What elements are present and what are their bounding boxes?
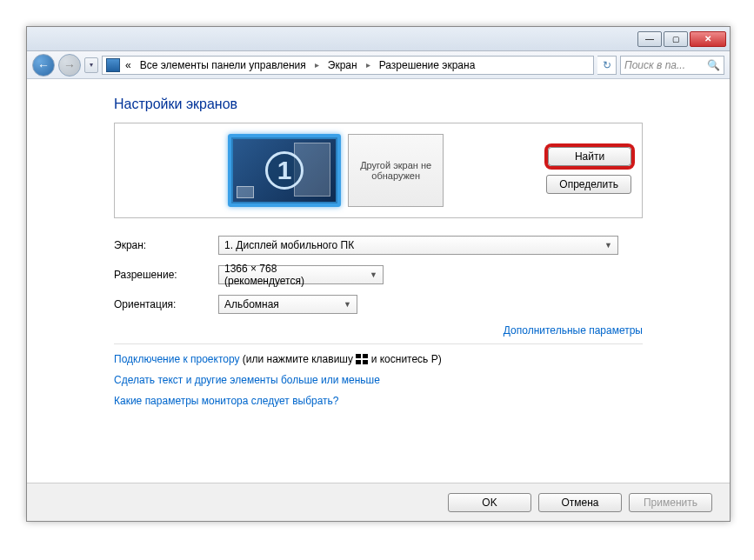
resolution-row: Разрешение: 1366 × 768 (рекомендуется) ▼ — [114, 265, 643, 284]
monitor-number-badge: 1 — [265, 151, 304, 190]
cancel-button[interactable]: Отмена — [538, 493, 622, 512]
resolution-value: 1366 × 768 (рекомендуется) — [224, 263, 359, 287]
resolution-label: Разрешение: — [114, 269, 218, 281]
close-button[interactable] — [690, 31, 726, 47]
displays-preview-box: 1 Другой экран не обнаружен Найти Опреде… — [114, 123, 643, 218]
back-button[interactable]: ← — [32, 54, 55, 77]
footer: OK Отмена Применить — [27, 483, 730, 521]
divider — [114, 343, 643, 344]
page-title: Настройки экранов — [114, 97, 643, 112]
monitor-1[interactable]: 1 — [228, 134, 341, 207]
ok-button[interactable]: OK — [448, 493, 531, 512]
address-bar[interactable]: « Все элементы панели управления ▸ Экран… — [102, 56, 594, 75]
nav-history-dropdown[interactable]: ▾ — [84, 57, 98, 73]
search-input[interactable]: Поиск в па... 🔍 — [620, 56, 724, 75]
search-icon: 🔍 — [707, 59, 720, 71]
refresh-icon: ↻ — [603, 59, 611, 71]
forward-button[interactable]: → — [58, 54, 81, 77]
text-size-link[interactable]: Сделать текст и другие элементы больше и… — [114, 374, 380, 386]
titlebar — [27, 27, 730, 51]
identify-button[interactable]: Определить — [546, 175, 631, 194]
screen-dropdown[interactable]: 1. Дисплей мобильного ПК ▼ — [218, 236, 618, 255]
advanced-settings-link[interactable]: Дополнительные параметры — [504, 324, 643, 337]
breadcrumb-prefix: « — [122, 59, 135, 71]
displays-preview: 1 Другой экран не обнаружен — [125, 134, 546, 207]
orientation-dropdown[interactable]: Альбомная ▼ — [218, 295, 357, 314]
orientation-row: Ориентация: Альбомная ▼ — [114, 295, 643, 314]
other-display-placeholder[interactable]: Другой экран не обнаружен — [348, 134, 444, 207]
breadcrumb-root[interactable]: Все элементы панели управления — [137, 59, 310, 71]
projector-text-a: (или нажмите клавишу — [240, 353, 357, 365]
which-monitor-line: Какие параметры монитора следует выбрать… — [114, 395, 643, 407]
advanced-row: Дополнительные параметры — [114, 324, 643, 337]
breadcrumb-resolution[interactable]: Разрешение экрана — [376, 59, 479, 71]
apply-button[interactable]: Применить — [629, 493, 712, 512]
windows-key-icon — [356, 354, 368, 364]
screen-label: Экран: — [114, 239, 218, 251]
monitor-thumb-icon — [237, 186, 254, 198]
breadcrumb-sep-icon: ▸ — [363, 60, 374, 70]
maximize-button[interactable] — [664, 31, 688, 47]
screen-value: 1. Дисплей мобильного ПК — [224, 239, 354, 251]
screen-row: Экран: 1. Дисплей мобильного ПК ▼ — [114, 236, 643, 255]
navbar: ← → ▾ « Все элементы панели управления ▸… — [27, 51, 730, 79]
which-monitor-link[interactable]: Какие параметры монитора следует выбрать… — [114, 395, 339, 407]
search-placeholder: Поиск в па... — [624, 59, 685, 71]
breadcrumb-sep-icon: ▸ — [311, 60, 323, 70]
projector-text-b: и коснитесь P) — [368, 353, 441, 365]
orientation-value: Альбомная — [224, 298, 279, 310]
chevron-down-icon: ▼ — [344, 300, 351, 309]
chevron-down-icon: ▼ — [604, 241, 612, 250]
chevron-down-icon: ▼ — [370, 270, 377, 279]
projector-line: Подключение к проектору (или нажмите кла… — [114, 353, 643, 365]
control-panel-window: ← → ▾ « Все элементы панели управления ▸… — [26, 26, 731, 522]
content-area: Настройки экранов 1 Другой экран не обна… — [27, 79, 730, 424]
resolution-dropdown[interactable]: 1366 × 768 (рекомендуется) ▼ — [218, 265, 384, 284]
orientation-label: Ориентация: — [114, 298, 218, 310]
minimize-button[interactable] — [637, 31, 662, 47]
breadcrumb-screen[interactable]: Экран — [324, 59, 361, 71]
control-panel-icon — [106, 58, 120, 72]
refresh-button[interactable]: ↻ — [597, 56, 617, 75]
text-size-line: Сделать текст и другие элементы больше и… — [114, 374, 643, 386]
displays-buttons: Найти Определить — [546, 147, 631, 194]
connect-projector-link[interactable]: Подключение к проектору — [114, 353, 240, 365]
find-button[interactable]: Найти — [548, 147, 631, 166]
